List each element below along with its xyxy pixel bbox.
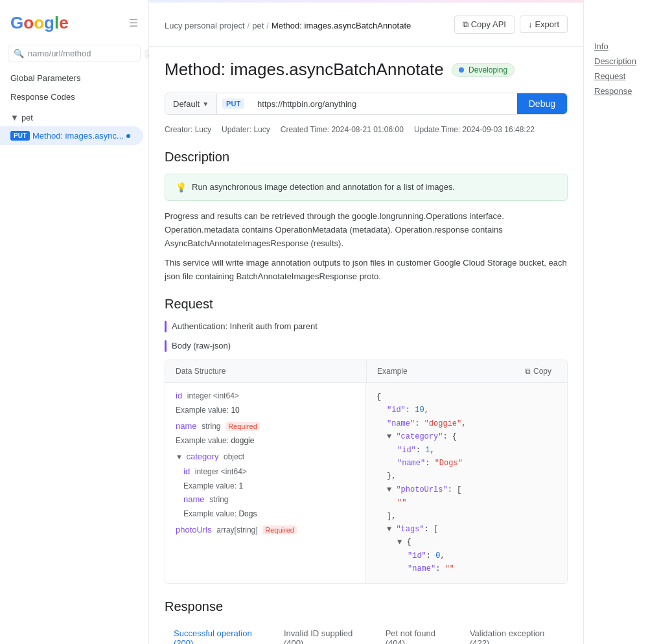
copy-api-label: Copy API — [471, 19, 506, 29]
content-area: Method: images.asyncBatchAnnotate Develo… — [149, 47, 583, 644]
code-line-3: "name": "doggie", — [376, 417, 557, 430]
collapse-tags-code-icon[interactable]: ▼ — [387, 525, 391, 534]
debug-button[interactable]: Debug — [517, 93, 567, 114]
code-line-11: ▼ "tags": [ — [376, 523, 557, 536]
request-copy-button[interactable]: ⧉ Copy — [520, 365, 557, 377]
topbar: Lucy personal project / pet / Method: im… — [149, 3, 583, 47]
sidebar-item-active-method[interactable]: PUT Method: images.async... — [0, 126, 143, 145]
export-button[interactable]: ↓ Export — [520, 16, 568, 33]
description-highlight-text: Run asynchronous image detection and ann… — [192, 182, 455, 192]
search-input[interactable] — [28, 49, 137, 58]
collapse-category-code-icon[interactable]: ▼ — [387, 432, 391, 441]
description-para2: This service will write image annotation… — [165, 257, 568, 284]
url-env-select[interactable]: Default ▼ — [165, 94, 217, 114]
sidebar-group-label: pet — [21, 113, 33, 122]
code-line-14: "name": "" — [376, 562, 557, 575]
lightbulb-icon: 💡 — [176, 182, 187, 192]
breadcrumb-sep2: / — [266, 21, 269, 30]
meta-row: Creator: Lucy Updater: Lucy Created Time… — [165, 125, 568, 134]
auth-label: Authentication: Inherit auth from parent — [172, 321, 318, 331]
right-nav-info[interactable]: Info — [594, 39, 638, 54]
sidebar-toggle-icon[interactable]: ☰ — [129, 17, 138, 29]
breadcrumb-resource[interactable]: pet — [252, 21, 264, 30]
response-tab-200[interactable]: Successful operation (200) — [165, 623, 275, 644]
auth-row: Authentication: Inherit auth from parent — [165, 321, 568, 332]
chevron-down-icon: ▼ — [202, 100, 209, 108]
code-line-12: ▼ { — [376, 536, 557, 549]
breadcrumb-project[interactable]: Lucy personal project — [165, 21, 245, 30]
triangle-icon: ▼ — [10, 113, 19, 122]
topbar-actions: ⧉ Copy API ↓ Export — [454, 16, 568, 34]
copy-api-button[interactable]: ⧉ Copy API — [454, 16, 515, 34]
sidebar-group-pet[interactable]: ▼ pet — [0, 109, 148, 126]
right-nav-request[interactable]: Request — [594, 69, 638, 84]
status-badge: Developing — [452, 63, 515, 77]
status-label: Developing — [469, 65, 507, 75]
field-name-photourls: photoUrls — [176, 525, 212, 535]
page-title: Method: images.asyncBatchAnnotate — [165, 60, 444, 80]
main-content: Lucy personal project / pet / Method: im… — [149, 0, 583, 644]
field-example-name: Example value: doggie — [176, 436, 355, 445]
code-line-5: "id": 1, — [376, 444, 557, 457]
response-section-title: Response — [165, 599, 568, 614]
code-line-10: ], — [376, 510, 557, 523]
request-data-structure-col: id integer <int64> Example value: 10 nam… — [165, 383, 366, 583]
code-line-13: "id": 0, — [376, 549, 557, 562]
field-type-category-id: integer <int64> — [195, 467, 247, 476]
data-structure-header: Data Structure — [165, 360, 366, 382]
request-table-header: Data Structure Example ⧉ Copy — [165, 360, 567, 383]
meta-updated: Update Time: 2024-09-03 16:48:22 — [414, 125, 535, 134]
page-wrapper: Lucy personal project / pet / Method: im… — [149, 0, 648, 644]
description-section-title: Description — [165, 150, 568, 165]
code-line-4: ▼ "category": { — [376, 430, 557, 443]
body-row: Body (raw-json) — [165, 340, 568, 352]
field-name-category-name: name — [183, 494, 205, 504]
meta-created: Created Time: 2024-08-21 01:06:00 — [281, 125, 404, 134]
category-children: id integer <int64> Example value: 1 name… — [183, 466, 355, 518]
request-example-code: { "id": 10, "name": "doggie", ▼ "categor… — [376, 391, 557, 575]
collapse-category-icon[interactable]: ▼ — [176, 453, 183, 461]
sidebar-item-response-codes[interactable]: Response Codes — [0, 87, 148, 106]
right-nav-description[interactable]: Description — [594, 54, 638, 69]
collapse-tags-item-icon[interactable]: ▼ — [397, 538, 402, 547]
right-nav-response[interactable]: Response — [594, 84, 638, 98]
field-type-category-name: string — [209, 495, 228, 504]
google-logo: Google — [10, 13, 69, 33]
response-tab-422[interactable]: Validation exception (422) — [461, 623, 568, 644]
collapse-photourls-code-icon[interactable]: ▼ — [387, 485, 391, 494]
response-tab-404[interactable]: Pet not found (404) — [376, 623, 461, 644]
url-input[interactable] — [249, 94, 517, 114]
right-nav: Info Description Request Response — [583, 0, 648, 644]
breadcrumb-sep1: / — [248, 21, 250, 30]
field-type-name: string — [202, 422, 220, 431]
sidebar-item-global-params[interactable]: Global Parameters — [0, 69, 148, 87]
field-name-category: category — [187, 452, 219, 461]
url-bar: Default ▼ PUT Debug — [165, 93, 568, 115]
body-bar-accent — [165, 340, 167, 352]
field-example-id: Example value: 10 — [176, 406, 355, 415]
field-type-photourls: array[string] — [216, 525, 257, 535]
example-header: Example ⧉ Copy — [366, 360, 567, 382]
field-name-name: name — [176, 421, 197, 431]
field-row-category-id: id integer <int64> — [183, 466, 355, 476]
code-line-6: "name": "Dogs" — [376, 457, 557, 470]
description-highlight-box: 💡 Run asynchronous image detection and a… — [165, 174, 568, 201]
copy-icon: ⧉ — [525, 367, 531, 376]
field-row-photourls: photoUrls array[string] Required — [176, 525, 355, 535]
field-type-id: integer <int64> — [187, 391, 239, 400]
description-para1: Progress and results can be retrieved th… — [165, 210, 568, 250]
code-line-1: { — [376, 391, 557, 404]
code-line-7: }, — [376, 470, 557, 483]
method-put-badge: PUT — [10, 131, 30, 141]
body-label: Body (raw-json) — [172, 341, 231, 351]
auth-bar-accent — [165, 321, 167, 332]
response-tab-400[interactable]: Invalid ID supplied (400) — [275, 623, 376, 644]
code-line-2: "id": 10, — [376, 404, 557, 417]
export-icon: ↓ — [528, 19, 533, 29]
all-filter-badge[interactable]: All — [145, 49, 149, 58]
sidebar-active-method-label: Method: images.async... — [32, 131, 124, 141]
field-row-name: name string Required — [176, 421, 355, 431]
code-line-9: "" — [376, 496, 557, 509]
field-row-category: ▼ category object — [176, 452, 355, 461]
active-dot-icon — [126, 134, 130, 138]
